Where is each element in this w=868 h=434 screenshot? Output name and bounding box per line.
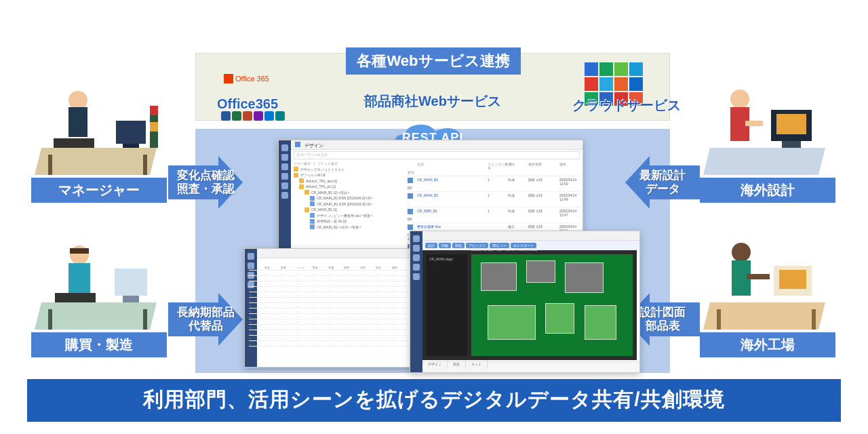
svg-marker-15: [35, 302, 157, 330]
app3-bottom-tabs[interactable]: デザイン部品ネット: [422, 361, 639, 372]
app-dot-icon: [254, 111, 263, 121]
tree-label: CR_MAIN_B1 <v2.0> <実査>: [317, 224, 361, 231]
arrow-parts: 長納期部品 代替品: [168, 293, 243, 346]
app1-tab-tree[interactable]: ツリー表示: [294, 161, 311, 167]
tree-label: CR_MAIN_B1 [1]: [311, 207, 337, 213]
tree-row[interactable]: CR_MAIN_B1 [1]: [294, 207, 402, 213]
overseas-factory-illustration: [703, 228, 832, 330]
list-row[interactable]: CR_MAIN_B11作成図研 太郎2022/04/14 13:49-: [408, 192, 580, 208]
tree-row[interactable]: CR_MAIN_B1 <v2.0> <実査>: [294, 224, 402, 231]
office365-brand-text: Office 365: [235, 75, 269, 83]
tree-row[interactable]: CR_MAIN_B1.DSN [2510104.2]<済>: [294, 195, 402, 201]
tree-row[interactable]: Altium/I_TP1_p1 [1]: [294, 184, 402, 190]
toolbar-tab[interactable]: 部品: [452, 243, 465, 248]
app3-header: [422, 231, 639, 241]
grid-row[interactable]: ——————————: [249, 271, 408, 276]
persona-manager-label: マネージャー: [31, 178, 167, 203]
arrow-latest-design: 最新設計 データ: [625, 156, 700, 209]
tree-row[interactable]: 採用部品一覧.xls [1]: [294, 218, 402, 224]
manager-illustration: [35, 73, 163, 175]
tree-label: デザインレビュー審査用.xlsx <実査>: [317, 213, 372, 219]
app3-tree-root[interactable]: CR_MAIN.dsgn: [427, 254, 467, 264]
app1-title: デザイン: [304, 143, 323, 148]
app-dot-icon: [221, 111, 231, 121]
file-icon: [408, 224, 413, 230]
tree-label: CR_MAIN_B1.DSN [2510104.2]<済>: [317, 195, 372, 201]
file-icon: [310, 219, 315, 224]
cloud-services-label: クラウドサービス: [572, 96, 681, 115]
file-icon: [408, 193, 413, 199]
folder-icon: [299, 184, 304, 189]
tree-row[interactable]: Altium/I_TP1_test [1]: [294, 178, 402, 184]
file-icon: [408, 209, 413, 214]
app1-search[interactable]: Q キーワードを入力: [294, 151, 580, 159]
app3-canvas[interactable]: CR_MAIN.dsgn eCross file BdT: Kita+ Kill…: [422, 250, 637, 360]
bottom-tab[interactable]: 部品: [448, 360, 466, 368]
grid-row[interactable]: ——————————: [249, 276, 408, 281]
tree-label: CR_MAIN_B1.DSN [2510103.3]<済>: [317, 201, 372, 208]
grid-row[interactable]: ——————————: [249, 309, 408, 314]
grid-row[interactable]: ——————————: [249, 281, 408, 287]
app1-tree[interactable]: ツリー表示 | フラット表示 デザインプロジェクトリスト デフォルトW.I.EA…: [294, 161, 402, 252]
app1-header: デザイン: [291, 140, 583, 150]
app3-layers-panel[interactable]: CR_MAIN.dsgn: [427, 254, 467, 356]
list-row[interactable]: CR_MAIN_B11作成図研 太郎2022/04/14 13:50ER: [408, 176, 580, 192]
svg-rect-13: [150, 106, 158, 115]
svg-rect-6: [143, 155, 147, 175]
cloud-app-icon: [585, 62, 598, 76]
tree-row[interactable]: CR_MAIN_B1 (2) <済み>: [294, 190, 402, 196]
grid-row[interactable]: ——————————: [249, 330, 408, 336]
grid-row[interactable]: ——————————: [249, 287, 408, 292]
list-row[interactable]: CR_5000_B11作成図研 太郎2022/04/14 13:47ER: [408, 208, 580, 223]
tree-label: Altium/I_TP1_p1 [1]: [306, 184, 336, 190]
tree-row[interactable]: デザインレビュー審査用.xlsx <実査>: [294, 213, 402, 219]
bottom-tab[interactable]: ネット: [466, 360, 488, 368]
cloud-app-icon: [599, 77, 613, 91]
cloud-app-icon: [614, 62, 628, 76]
app-parts-table: No部品型番メーカ数量単価納期在庫状況備考———————————————————…: [244, 248, 412, 368]
folder-icon: [304, 208, 309, 212]
app-pcb-viewer: 設計回路部品アセンブリ3Dビューエクスポート CR_MAIN.dsgn eCro…: [410, 231, 640, 373]
app3-sidebar: [410, 231, 422, 372]
svg-marker-23: [703, 148, 825, 175]
app1-tree-root[interactable]: デザインプロジェクトリスト: [300, 167, 344, 173]
file-icon: [310, 224, 315, 229]
persona-overseas-factory: 海外工場: [700, 228, 835, 357]
grid-row[interactable]: ——————————: [249, 314, 408, 319]
pcb-board[interactable]: eCross file BdT: Kita+ Killa 1T Run1 (Vi…: [471, 254, 633, 356]
svg-rect-19: [115, 269, 147, 296]
persona-purchasing-label: 購買・製造: [31, 332, 167, 357]
tree-row[interactable]: CR_MAIN_B1.DSN [2510103.3]<済>: [294, 201, 402, 208]
tree-label: Altium/I_TP1_test [1]: [306, 178, 337, 184]
grid-row[interactable]: ——————————: [249, 325, 408, 330]
grid-row[interactable]: ——————————: [249, 298, 408, 303]
svg-marker-4: [35, 148, 157, 175]
app1-tab-flat[interactable]: フラット表示: [317, 161, 338, 167]
folder-icon: [304, 190, 309, 195]
app2-header: [257, 249, 412, 258]
svg-rect-7: [116, 121, 146, 144]
svg-rect-8: [123, 144, 139, 148]
grid-row[interactable]: ——————————: [249, 341, 408, 347]
svg-rect-34: [779, 270, 806, 289]
grid-row[interactable]: ——————————: [249, 292, 408, 298]
svg-rect-32: [812, 309, 816, 330]
persona-overseas-design: 海外設計: [700, 73, 835, 203]
cloud-app-icon: [585, 77, 598, 91]
arrow-drawings-label: 設計図面 部品表: [635, 306, 690, 334]
cloud-app-icon: [614, 77, 628, 91]
svg-rect-31: [717, 309, 721, 330]
toolbar-tab[interactable]: 設計: [425, 243, 437, 248]
svg-rect-18: [55, 293, 96, 302]
file-icon: [310, 196, 315, 201]
app2-grid[interactable]: No部品型番メーカ数量単価納期在庫状況備考———————————————————…: [249, 265, 408, 363]
tree-row[interactable]: デフォルトW.I.E: [294, 172, 402, 178]
overseas-design-illustration: [703, 73, 832, 175]
grid-row[interactable]: ——————————: [249, 336, 408, 341]
office365-app-dots: [221, 111, 285, 121]
svg-rect-22: [70, 248, 89, 254]
bottom-tab[interactable]: デザイン: [422, 360, 448, 368]
toolbar-tab[interactable]: 回路: [439, 243, 451, 248]
grid-row[interactable]: ——————————: [249, 319, 408, 325]
grid-row[interactable]: ——————————: [249, 303, 408, 309]
